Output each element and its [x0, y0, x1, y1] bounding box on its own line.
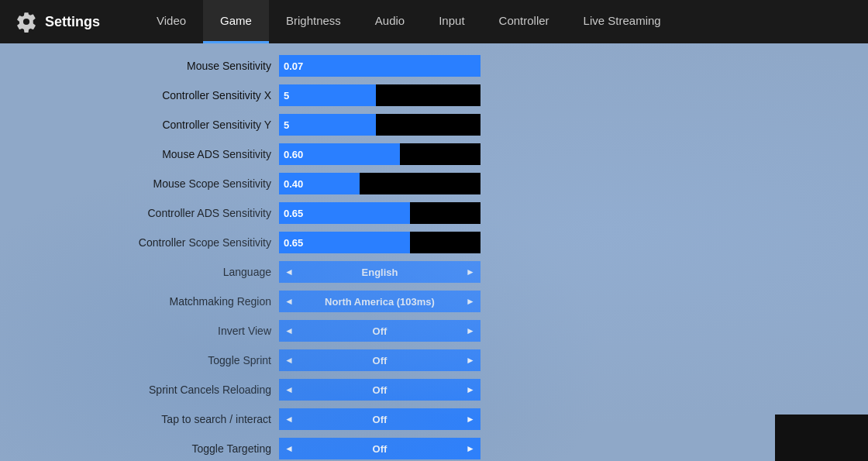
setting-row-controller-sensitivity-x: Controller Sensitivity X 5 [0, 81, 651, 110]
label-matchmaking-region: Matchmaking Region [0, 295, 279, 308]
tab-live-streaming[interactable]: Live Streaming [567, 0, 678, 43]
selector-left-arrow-language[interactable]: ◄ [279, 261, 299, 283]
value-matchmaking-region: North America (103ms) [299, 291, 460, 312]
selector-left-arrow-tap-to-search[interactable]: ◄ [279, 408, 299, 430]
label-tap-to-search: Tap to search / interact [0, 413, 279, 425]
app-title: Settings [45, 14, 100, 30]
selector-right-arrow-invert-view[interactable]: ► [460, 320, 480, 342]
value-mouse-ads-sensitivity: 0.60 [284, 149, 303, 160]
label-sprint-cancels-reloading: Sprint Cancels Reloading [0, 384, 279, 396]
selector-matchmaking-region[interactable]: ◄ North America (103ms) ► [279, 291, 480, 312]
tab-controller[interactable]: Controller [482, 0, 567, 43]
value-language: English [299, 261, 460, 283]
setting-row-controller-ads-sensitivity: Controller ADS Sensitivity 0.65 [0, 198, 651, 228]
value-toggle-targeting: Off [299, 438, 460, 459]
setting-row-sprint-cancels-reloading: Sprint Cancels Reloading ◄ Off ► [0, 375, 651, 404]
main-content: Mouse Sensitivity 0.07 Controller Sensit… [0, 43, 868, 461]
selector-right-arrow-sprint-cancels-reloading[interactable]: ► [460, 379, 480, 401]
right-panel [651, 43, 868, 461]
nav-tabs: Video Game Brightness Audio Input Contro… [140, 0, 678, 43]
value-toggle-sprint: Off [299, 349, 460, 371]
setting-row-tap-to-search: Tap to search / interact ◄ Off ► [0, 404, 651, 434]
slider-controller-sensitivity-y[interactable]: 5 [279, 114, 480, 136]
setting-row-controller-sensitivity-y: Controller Sensitivity Y 5 [0, 110, 651, 139]
label-mouse-sensitivity: Mouse Sensitivity [0, 60, 279, 72]
tab-brightness[interactable]: Brightness [269, 0, 358, 43]
tab-video[interactable]: Video [140, 0, 203, 43]
selector-sprint-cancels-reloading[interactable]: ◄ Off ► [279, 379, 480, 401]
slider-mouse-ads-sensitivity[interactable]: 0.60 [279, 143, 480, 165]
selector-left-arrow-toggle-sprint[interactable]: ◄ [279, 349, 299, 371]
selector-language[interactable]: ◄ English ► [279, 261, 480, 283]
gear-icon [16, 11, 37, 33]
selector-right-arrow-tap-to-search[interactable]: ► [460, 408, 480, 430]
value-controller-sensitivity-y: 5 [284, 119, 289, 131]
label-language: Language [0, 266, 279, 278]
selector-right-arrow-toggle-targeting[interactable]: ► [460, 438, 480, 459]
setting-row-controller-scope-sensitivity: Controller Scope Sensitivity 0.65 [0, 228, 651, 257]
label-toggle-sprint: Toggle Sprint [0, 354, 279, 366]
value-controller-sensitivity-x: 5 [284, 90, 289, 101]
setting-row-matchmaking-region: Matchmaking Region ◄ North America (103m… [0, 287, 651, 316]
slider-controller-scope-sensitivity[interactable]: 0.65 [279, 232, 480, 253]
label-mouse-scope-sensitivity: Mouse Scope Sensitivity [0, 177, 279, 190]
selector-invert-view[interactable]: ◄ Off ► [279, 320, 480, 342]
slider-controller-sensitivity-x[interactable]: 5 [279, 84, 480, 106]
setting-row-toggle-targeting: Toggle Targeting ◄ Off ► [0, 434, 651, 461]
setting-row-language: Language ◄ English ► [0, 257, 651, 287]
decorative-black-box [775, 415, 868, 461]
tab-game[interactable]: Game [203, 0, 269, 43]
value-controller-scope-sensitivity: 0.65 [284, 237, 303, 249]
label-controller-scope-sensitivity: Controller Scope Sensitivity [0, 236, 279, 249]
value-mouse-sensitivity: 0.07 [284, 60, 303, 72]
setting-row-invert-view: Invert View ◄ Off ► [0, 316, 651, 346]
selector-right-arrow-language[interactable]: ► [460, 261, 480, 283]
label-controller-sensitivity-x: Controller Sensitivity X [0, 89, 279, 101]
selector-left-arrow-sprint-cancels-reloading[interactable]: ◄ [279, 379, 299, 401]
selector-left-arrow-invert-view[interactable]: ◄ [279, 320, 299, 342]
label-mouse-ads-sensitivity: Mouse ADS Sensitivity [0, 148, 279, 160]
value-sprint-cancels-reloading: Off [299, 379, 460, 401]
tab-audio[interactable]: Audio [358, 0, 422, 43]
selector-right-arrow-toggle-sprint[interactable]: ► [460, 349, 480, 371]
setting-row-toggle-sprint: Toggle Sprint ◄ Off ► [0, 346, 651, 375]
selector-right-arrow-matchmaking-region[interactable]: ► [460, 291, 480, 312]
setting-row-mouse-sensitivity: Mouse Sensitivity 0.07 [0, 51, 651, 81]
selector-left-arrow-matchmaking-region[interactable]: ◄ [279, 291, 299, 312]
value-invert-view: Off [299, 320, 460, 342]
tab-input[interactable]: Input [422, 0, 481, 43]
label-toggle-targeting: Toggle Targeting [0, 442, 279, 455]
header: Settings Video Game Brightness Audio Inp… [0, 0, 868, 43]
value-tap-to-search: Off [299, 408, 460, 430]
slider-mouse-scope-sensitivity[interactable]: 0.40 [279, 173, 480, 194]
value-mouse-scope-sensitivity: 0.40 [284, 178, 303, 190]
app-logo: Settings [0, 11, 140, 33]
selector-tap-to-search[interactable]: ◄ Off ► [279, 408, 480, 430]
slider-mouse-sensitivity[interactable]: 0.07 [279, 55, 480, 77]
slider-controller-ads-sensitivity[interactable]: 0.65 [279, 202, 480, 224]
value-controller-ads-sensitivity: 0.65 [284, 208, 303, 219]
setting-row-mouse-ads-sensitivity: Mouse ADS Sensitivity 0.60 [0, 139, 651, 169]
selector-toggle-targeting[interactable]: ◄ Off ► [279, 438, 480, 459]
selector-toggle-sprint[interactable]: ◄ Off ► [279, 349, 480, 371]
label-controller-ads-sensitivity: Controller ADS Sensitivity [0, 207, 279, 219]
setting-row-mouse-scope-sensitivity: Mouse Scope Sensitivity 0.40 [0, 169, 651, 198]
label-invert-view: Invert View [0, 325, 279, 337]
settings-panel: Mouse Sensitivity 0.07 Controller Sensit… [0, 43, 651, 461]
label-controller-sensitivity-y: Controller Sensitivity Y [0, 119, 279, 131]
selector-left-arrow-toggle-targeting[interactable]: ◄ [279, 438, 299, 459]
